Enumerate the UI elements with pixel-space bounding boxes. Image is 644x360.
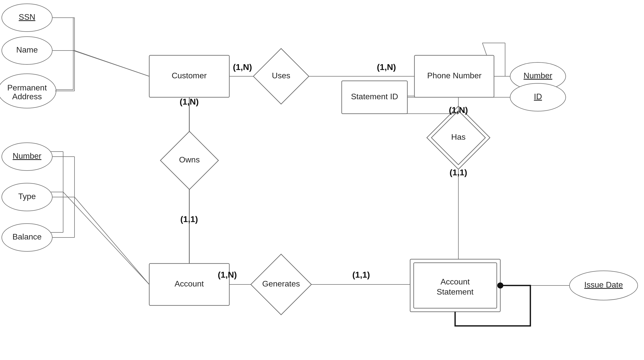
name-label: Name (16, 45, 38, 54)
statement-id-label: Statement ID (351, 92, 398, 101)
permanent-address-label1: Permanent (7, 83, 47, 92)
has-label: Has (451, 132, 466, 141)
customer-label: Customer (172, 71, 207, 80)
card-account-generates: (1,N) (218, 270, 237, 279)
generates-label: Generates (262, 279, 300, 288)
uses-label: Uses (272, 71, 290, 80)
balance-label: Balance (12, 232, 42, 241)
svg-line-18 (63, 192, 149, 284)
issue-date-label: Issue Date (584, 280, 623, 289)
account-statement-label2: Statement (437, 287, 474, 296)
card-phone-uses: (1,N) (377, 62, 396, 72)
ssn-label: SSN (19, 12, 35, 21)
phone-number-attr-label: Number (524, 71, 552, 80)
card-customer-owns: (1,N) (180, 97, 199, 106)
account-label: Account (175, 279, 204, 288)
card-account-owns: (1,1) (180, 214, 198, 224)
svg-line-31 (75, 51, 149, 76)
card-stmt-generates: (1,1) (352, 270, 370, 279)
type-label: Type (18, 192, 36, 201)
card-stmt-has-bottom: (1,1) (450, 167, 467, 177)
phone-number-label: Phone Number (427, 71, 482, 80)
id-label: ID (534, 92, 542, 101)
svg-line-51 (75, 197, 149, 284)
owns-label: Owns (179, 155, 200, 164)
card-stmt-has-top: (1,N) (449, 105, 468, 115)
permanent-address-label2: Address (12, 92, 42, 101)
card-customer-uses: (1,N) (233, 62, 252, 72)
account-number-label: Number (13, 151, 41, 160)
account-statement-label1: Account (440, 277, 470, 286)
